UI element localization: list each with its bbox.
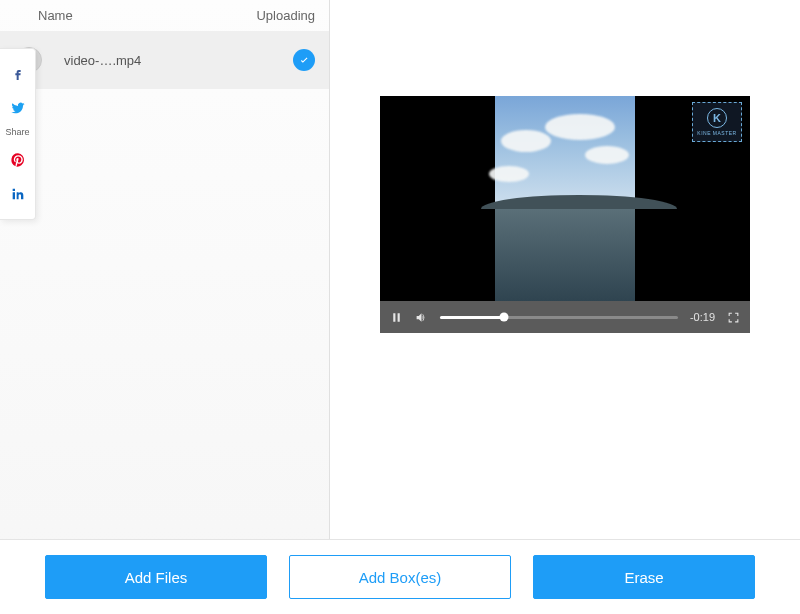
share-facebook[interactable] xyxy=(0,57,35,91)
video-content xyxy=(495,96,635,301)
file-name: video-….mp4 xyxy=(64,53,235,68)
watermark-badge: K KINE MASTER xyxy=(692,102,742,142)
file-row[interactable]: video-….mp4 xyxy=(0,31,329,89)
add-files-button[interactable]: Add Files xyxy=(45,555,267,599)
watermark-text: KINE MASTER xyxy=(697,130,736,136)
erase-button[interactable]: Erase xyxy=(533,555,755,599)
time-remaining: -0:19 xyxy=(690,311,715,323)
file-list: video-….mp4 xyxy=(0,31,329,614)
facebook-icon xyxy=(10,66,26,82)
video-player[interactable]: K KINE MASTER -0:19 xyxy=(380,96,750,333)
share-twitter[interactable] xyxy=(0,91,35,125)
watermark-letter: K xyxy=(707,108,727,128)
col-header-name: Name xyxy=(38,8,235,23)
social-share-bar: Share xyxy=(0,48,36,220)
share-linkedin[interactable] xyxy=(0,177,35,211)
volume-button[interactable] xyxy=(415,311,428,324)
preview-panel: K KINE MASTER -0:19 xyxy=(330,0,800,614)
col-header-status: Uploading xyxy=(235,8,315,23)
linkedin-icon xyxy=(10,186,26,202)
pause-button[interactable] xyxy=(390,311,403,324)
upload-complete-icon xyxy=(293,49,315,71)
video-frame: K KINE MASTER xyxy=(380,96,750,301)
fullscreen-icon xyxy=(727,311,740,324)
share-pinterest[interactable] xyxy=(0,143,35,177)
action-bar: Add Files Add Box(es) Erase xyxy=(0,539,800,614)
twitter-icon xyxy=(10,100,26,116)
pinterest-icon xyxy=(10,152,26,168)
video-controls: -0:19 xyxy=(380,301,750,333)
share-label: Share xyxy=(5,127,29,137)
add-boxes-button[interactable]: Add Box(es) xyxy=(289,555,511,599)
seek-bar[interactable] xyxy=(440,316,678,319)
fullscreen-button[interactable] xyxy=(727,311,740,324)
pause-icon xyxy=(390,311,403,324)
volume-icon xyxy=(415,311,428,324)
seek-handle[interactable] xyxy=(500,313,509,322)
seek-fill xyxy=(440,316,504,319)
file-list-panel: Name Uploading video-….mp4 xyxy=(0,0,330,614)
file-list-header: Name Uploading xyxy=(0,0,329,31)
file-status-cell xyxy=(235,49,315,71)
app-root: Name Uploading video-….mp4 xyxy=(0,0,800,614)
